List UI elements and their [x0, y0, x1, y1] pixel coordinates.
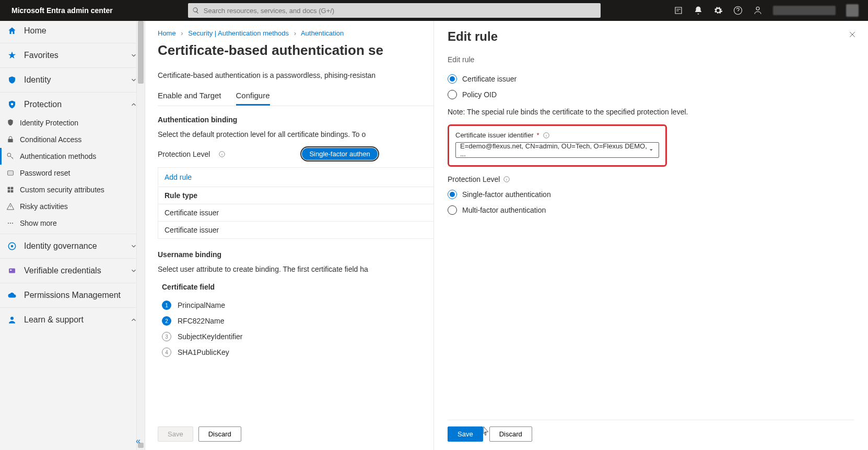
- chevron-down-icon: [130, 76, 137, 84]
- cert-field-label: SubjectKeyIdentifier: [178, 332, 243, 341]
- protection-icon: [7, 100, 17, 109]
- sidebar-label: Conditional Access: [20, 135, 81, 144]
- svg-rect-12: [11, 190, 14, 193]
- reset-icon: [6, 169, 15, 177]
- notifications-icon[interactable]: [694, 6, 703, 15]
- svg-point-2: [11, 103, 14, 106]
- svg-point-13: [8, 223, 9, 224]
- breadcrumb-security[interactable]: Security | Authentication methods: [188, 29, 289, 37]
- feedback-icon[interactable]: [753, 6, 763, 15]
- breadcrumb-home[interactable]: Home: [158, 29, 176, 37]
- sidebar-item-authentication-methods[interactable]: Authentication methods: [0, 148, 145, 165]
- governance-icon: [7, 241, 17, 251]
- sidebar-item-identity[interactable]: Identity: [0, 70, 145, 90]
- sidebar-item-protection[interactable]: Protection: [0, 95, 145, 114]
- search-icon: [192, 7, 200, 14]
- sidebar-item-identity-governance[interactable]: Identity governance: [0, 236, 145, 256]
- panel-section-label: Edit rule: [448, 55, 854, 64]
- settings-icon[interactable]: [713, 6, 723, 15]
- svg-rect-18: [9, 269, 15, 273]
- sidebar-item-identity-protection[interactable]: Identity Protection: [0, 114, 145, 131]
- sidebar-item-conditional-access[interactable]: Conditional Access: [0, 131, 145, 148]
- identity-icon: [7, 75, 17, 85]
- tab-enable-target[interactable]: Enable and Target: [158, 89, 221, 106]
- main-save-button[interactable]: Save: [158, 426, 193, 442]
- more-icon: [6, 219, 15, 227]
- cert-field-label: SHA1PublicKey: [178, 348, 229, 356]
- radio-icon: [448, 90, 457, 99]
- chevron-up-icon: [130, 316, 137, 324]
- edit-rule-panel: Edit rule Edit rule Certificate issuer P…: [433, 21, 868, 450]
- brand-title: Microsoft Entra admin center: [5, 6, 119, 15]
- sidebar-item-verifiable-credentials[interactable]: Verifiable credentials: [0, 261, 145, 281]
- main-discard-button[interactable]: Discard: [198, 426, 241, 442]
- sidebar-item-custom-security-attributes[interactable]: Custom security attributes: [0, 181, 145, 198]
- sidebar-label: Authentication methods: [20, 152, 96, 160]
- radio-icon: [448, 74, 457, 84]
- info-icon[interactable]: [503, 176, 510, 183]
- identifier-select[interactable]: E=demo@flexus.net, CN=admin, OU=Tech, O=…: [455, 142, 659, 158]
- identifier-value: E=demo@flexus.net, CN=admin, OU=Tech, O=…: [460, 142, 648, 158]
- svg-point-8: [11, 172, 12, 173]
- panel-discard-button[interactable]: Discard: [489, 426, 532, 442]
- svg-rect-10: [11, 187, 14, 190]
- sidebar-item-risky-activities[interactable]: Risky activities: [0, 198, 145, 215]
- help-icon[interactable]: [733, 6, 743, 15]
- radio-single-factor[interactable]: Single-factor authentication: [448, 187, 854, 202]
- radio-policy-oid[interactable]: Policy OID: [448, 87, 854, 102]
- sidebar-item-password-reset[interactable]: Password reset: [0, 165, 145, 181]
- tab-configure[interactable]: Configure: [236, 89, 270, 106]
- credentials-icon: [7, 266, 17, 275]
- breadcrumb-auth[interactable]: Authentication: [301, 29, 344, 37]
- radio-label: Policy OID: [462, 90, 497, 99]
- copilot-icon[interactable]: [674, 6, 683, 15]
- top-bar: Microsoft Entra admin center: [0, 0, 868, 21]
- svg-point-17: [11, 245, 14, 248]
- sidebar-item-permissions-management[interactable]: Permissions Management: [0, 285, 145, 305]
- radio-multi-factor[interactable]: Multi-factor authentication: [448, 202, 854, 218]
- panel-save-label: Save: [458, 430, 473, 438]
- required-asterisk: *: [537, 131, 539, 139]
- panel-protection-label: Protection Level: [448, 175, 500, 183]
- info-icon[interactable]: [218, 151, 226, 158]
- main-content: Home › Security | Authentication methods…: [145, 21, 868, 450]
- radio-certificate-issuer[interactable]: Certificate issuer: [448, 71, 854, 87]
- svg-point-6: [9, 172, 9, 173]
- panel-save-button[interactable]: Save: [448, 426, 483, 442]
- svg-point-14: [10, 223, 11, 224]
- sidebar-item-show-more[interactable]: Show more: [0, 215, 145, 232]
- svg-point-20: [10, 317, 14, 320]
- protection-level-pill-single[interactable]: Single-factor authen: [302, 148, 377, 160]
- chevron-down-icon: [648, 147, 654, 153]
- radio-icon: [448, 190, 457, 199]
- sidebar-label: Show more: [20, 219, 57, 227]
- svg-rect-11: [8, 190, 10, 193]
- sidebar-label: Learn & support: [24, 315, 84, 325]
- svg-point-7: [10, 172, 10, 173]
- sidebar-item-favorites[interactable]: Favorites: [0, 45, 145, 65]
- global-search[interactable]: [188, 3, 601, 18]
- search-input[interactable]: [204, 7, 596, 15]
- panel-title: Edit rule: [448, 29, 854, 44]
- account-name-obscured: [773, 6, 836, 15]
- svg-rect-9: [8, 187, 10, 190]
- account-avatar-obscured[interactable]: [846, 4, 859, 17]
- radio-label: Multi-factor authentication: [462, 206, 546, 214]
- svg-rect-3: [8, 139, 13, 143]
- chevron-down-icon: [130, 52, 137, 59]
- highlighted-identifier-section: Certificate issuer identifier * E=demo@f…: [448, 124, 667, 167]
- svg-point-1: [756, 7, 759, 10]
- radio-label: Certificate issuer: [462, 75, 517, 83]
- lock-icon: [6, 135, 15, 144]
- cursor-icon: [482, 426, 490, 438]
- sidebar-item-learn-support[interactable]: Learn & support: [0, 310, 145, 330]
- collapse-sidebar-button[interactable]: «: [136, 436, 140, 446]
- sidebar-label: Protection: [24, 100, 62, 109]
- chevron-down-icon: [130, 267, 137, 274]
- sidebar-item-home[interactable]: Home: [0, 21, 145, 41]
- priority-badge-2: 2: [162, 316, 171, 326]
- panel-close-button[interactable]: [848, 30, 857, 41]
- cert-field-label: RFC822Name: [178, 317, 224, 325]
- info-icon[interactable]: [543, 132, 550, 139]
- identifier-label: Certificate issuer identifier: [455, 131, 534, 139]
